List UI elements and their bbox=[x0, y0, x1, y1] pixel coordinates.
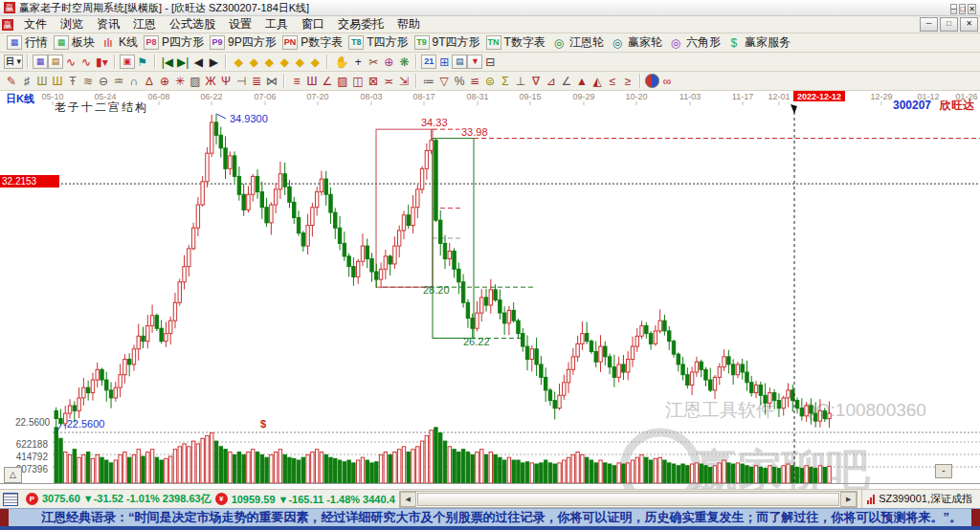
t-square-button[interactable]: T8T四方形 bbox=[345, 34, 411, 51]
arc-tool-icon[interactable]: ∩ bbox=[126, 74, 142, 88]
cross-band-tool-icon[interactable]: ⋈ bbox=[264, 74, 279, 88]
fork-tool-icon[interactable]: Ψ bbox=[218, 74, 234, 88]
menu-江恩[interactable]: 江恩 bbox=[126, 16, 163, 33]
wave-tool-icon[interactable]: ≋ bbox=[80, 74, 96, 88]
shanghai-index-quote[interactable]: 3075.60 ▼-31.52 -1.01% 2398.63亿 bbox=[42, 492, 212, 506]
star-line-tool-icon[interactable]: Ж bbox=[203, 74, 218, 88]
menu-浏览[interactable]: 浏览 bbox=[54, 16, 90, 33]
p-number-table-button[interactable]: PNP数字表 bbox=[279, 34, 346, 51]
kline-chart[interactable]: 05-1005-2406-0806-2207-0607-2008-0308-17… bbox=[0, 91, 980, 489]
calculator-icon[interactable]: ⊞ bbox=[436, 55, 452, 69]
triangle-tool-icon[interactable]: ∆ bbox=[142, 74, 157, 88]
hexagon-button-icon[interactable]: ◎ bbox=[668, 35, 683, 50]
angle2-tool-icon[interactable]: ∠ bbox=[559, 74, 574, 88]
p-number-table-button-icon[interactable]: PN bbox=[282, 35, 299, 50]
gann-wheel-button[interactable]: ◎江恩轮 bbox=[548, 34, 607, 51]
step-back-icon[interactable]: ◀ bbox=[190, 55, 206, 69]
p-square-button[interactable]: P8P四方形 bbox=[141, 34, 207, 51]
peak-mark-tool-icon[interactable]: ▲ bbox=[574, 74, 590, 88]
maximize-button[interactable]: □ bbox=[959, 4, 966, 14]
market-grid-icon[interactable] bbox=[3, 493, 18, 506]
shenzhen-index-icon[interactable]: ¥ bbox=[215, 493, 228, 505]
jump-first-icon[interactable]: |◀ bbox=[160, 55, 175, 69]
minimize-button[interactable]: ─ bbox=[950, 4, 958, 14]
sectors-button[interactable]: ▦板块 bbox=[51, 34, 98, 51]
sectors-button-icon[interactable]: ▦ bbox=[54, 35, 69, 50]
gann-ring-tool-icon[interactable]: ⊜ bbox=[482, 74, 498, 88]
diamond-marker-3-icon[interactable]: ◆ bbox=[261, 55, 277, 69]
close-button[interactable]: ✕ bbox=[968, 4, 976, 14]
hexagon-button[interactable]: ◎六角形 bbox=[665, 34, 724, 51]
perpendicular-tool-icon[interactable]: ⊥ bbox=[513, 74, 528, 88]
period-mode-label[interactable]: 日K线 bbox=[6, 92, 34, 106]
channel-tool-icon[interactable]: ♒ bbox=[111, 74, 126, 88]
print-icon[interactable]: ⊟ bbox=[482, 55, 498, 69]
hatch-tool-icon[interactable]: ▨ bbox=[188, 74, 203, 88]
gann-tool-1-icon[interactable]: Ш bbox=[34, 74, 50, 88]
comb-tool-icon[interactable]: Ш bbox=[304, 74, 320, 88]
diamond-marker-5-icon[interactable]: ◆ bbox=[292, 55, 307, 69]
menu-资讯[interactable]: 资讯 bbox=[90, 16, 126, 33]
period-selector[interactable]: 日 ▾ bbox=[4, 55, 23, 69]
parallel-tool-icon[interactable]: ≍ bbox=[381, 74, 396, 88]
menu-公式选股[interactable]: 公式选股 bbox=[163, 16, 222, 33]
diamond-marker-2-icon[interactable]: ◆ bbox=[246, 55, 261, 69]
diamond-marker-6-icon[interactable]: ◆ bbox=[307, 55, 323, 69]
calendar-icon[interactable]: 21 bbox=[421, 55, 436, 69]
current-index-panel[interactable]: SZ399001,深证成指 bbox=[861, 490, 977, 508]
mdi-minimize-button[interactable]: ─ bbox=[920, 17, 938, 32]
shanghai-index-icon[interactable]: P bbox=[26, 493, 38, 505]
mdi-restore-button[interactable]: □ bbox=[940, 17, 958, 32]
zigzag-icon[interactable]: ∿ bbox=[78, 55, 94, 69]
congruence-tool-icon[interactable]: ≌ bbox=[467, 74, 482, 88]
angle-tool-icon[interactable]: ∠ bbox=[320, 74, 335, 88]
menu-文件[interactable]: 文件 bbox=[17, 16, 54, 33]
menu-交易委托[interactable]: 交易委托 bbox=[331, 16, 390, 33]
nine-t-square-button-icon[interactable]: T9 bbox=[414, 35, 430, 50]
collapse-button[interactable]: - bbox=[935, 464, 952, 478]
hand-drag-icon[interactable]: ✋ bbox=[332, 55, 350, 69]
percent-tool-icon[interactable]: % bbox=[452, 74, 467, 88]
ratio-tool-icon[interactable]: ≔ bbox=[421, 74, 436, 88]
cycle-icon[interactable]: ❋ bbox=[396, 55, 412, 69]
retrace-tool-icon[interactable]: ▽ bbox=[436, 74, 452, 88]
kline-style-icon[interactable]: ▦ bbox=[33, 55, 48, 69]
half-triangle-tool-icon[interactable]: ◭ bbox=[590, 74, 605, 88]
nine-t-square-button[interactable]: T99T四方形 bbox=[412, 34, 483, 51]
step-forward-icon[interactable]: ▶ bbox=[206, 55, 221, 69]
t-line-tool-icon[interactable]: Ŧ bbox=[65, 74, 80, 88]
jump-last-icon[interactable]: ▶| bbox=[175, 55, 190, 69]
winner-service-button-icon[interactable]: $ bbox=[726, 35, 742, 50]
menu-工具[interactable]: 工具 bbox=[258, 16, 295, 33]
zigzag-small-icon[interactable]: ∿ bbox=[63, 55, 78, 69]
diamond-marker-4-icon[interactable]: ◆ bbox=[277, 55, 292, 69]
pencil-tool-icon[interactable]: ✎ bbox=[4, 74, 19, 88]
p-square-button-icon[interactable]: P8 bbox=[144, 35, 159, 50]
kline-button-icon[interactable]: ılı bbox=[100, 35, 116, 50]
scrollbar-thumb[interactable] bbox=[417, 493, 839, 506]
taiji-icon[interactable] bbox=[645, 74, 659, 88]
nabla-tool-icon[interactable]: ∇ bbox=[528, 74, 544, 88]
gann-wheel-button-icon[interactable]: ◎ bbox=[551, 35, 567, 50]
t-number-table-button[interactable]: TNT数字表 bbox=[483, 34, 548, 51]
split-box-tool-icon[interactable]: ◫ bbox=[350, 74, 366, 88]
scroll-left-icon[interactable]: ◀ bbox=[400, 492, 416, 507]
winner-wheel-button[interactable]: ◎赢家轮 bbox=[607, 34, 665, 51]
right-triangle-tool-icon[interactable]: ⊿ bbox=[544, 74, 559, 88]
ellipse-tool-icon[interactable]: ⊖ bbox=[96, 74, 111, 88]
nine-p-square-button-icon[interactable]: P9 bbox=[210, 35, 225, 50]
report-icon[interactable]: ▤ bbox=[452, 55, 467, 69]
gann-fan-tool-icon[interactable]: ✳ bbox=[172, 74, 188, 88]
flag-marker-icon[interactable]: ⚑ bbox=[135, 55, 150, 69]
horizontal-scrollbar[interactable]: ◀ ▶ bbox=[399, 491, 858, 508]
nine-p-square-button[interactable]: P99P四方形 bbox=[207, 34, 279, 51]
diamond-marker-1-icon[interactable]: ◆ bbox=[231, 55, 246, 69]
region-select-icon[interactable]: ▣ bbox=[120, 55, 135, 69]
menu-帮助[interactable]: 帮助 bbox=[390, 16, 427, 33]
save-icon[interactable]: ▼ bbox=[467, 55, 482, 69]
crosshair-icon[interactable]: + bbox=[350, 55, 366, 69]
infinity-tool-icon[interactable]: ∞ bbox=[659, 74, 675, 88]
winner-wheel-button-icon[interactable]: ◎ bbox=[610, 35, 625, 50]
resize-tool-icon[interactable]: ⇲ bbox=[396, 74, 412, 88]
measure-icon[interactable]: ✂ bbox=[366, 55, 381, 69]
